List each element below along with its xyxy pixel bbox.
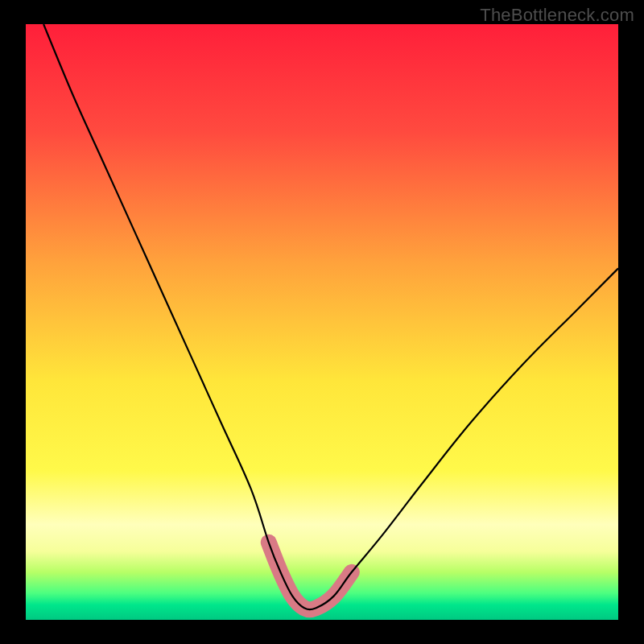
watermark-text: TheBottleneck.com [480, 5, 634, 26]
chart-frame: TheBottleneck.com [0, 0, 644, 644]
bottleneck-chart [0, 0, 644, 644]
plot-background [26, 24, 618, 620]
